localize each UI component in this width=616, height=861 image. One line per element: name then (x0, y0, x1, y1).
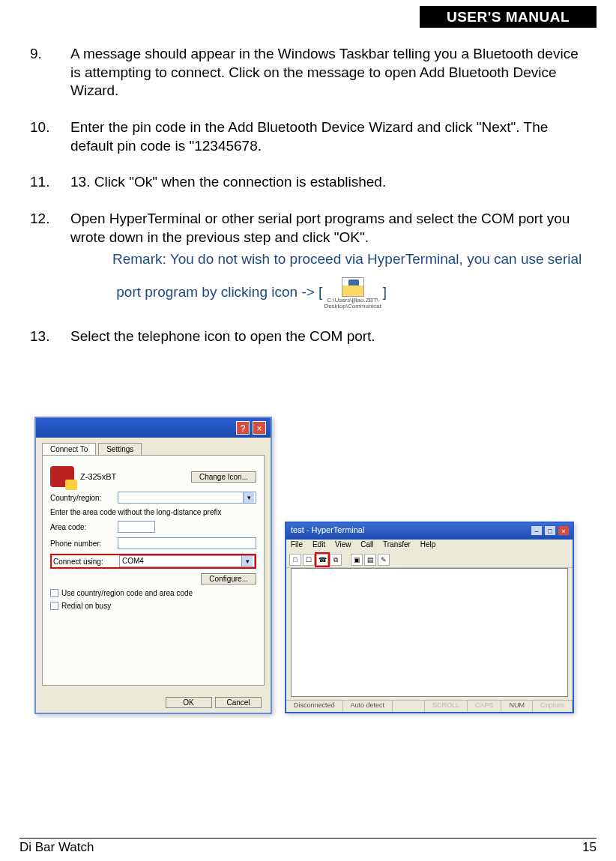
menu-edit[interactable]: Edit (312, 540, 325, 549)
close-button[interactable]: × (558, 525, 570, 536)
remark: Remark: You do not wish to proceed via H… (112, 247, 586, 309)
connect-using-select[interactable]: COM4 (119, 555, 255, 567)
page-number: 15 (582, 840, 597, 855)
checkbox-use-country-code[interactable] (50, 589, 58, 597)
cancel-button[interactable]: Cancel (215, 697, 262, 708)
hyperterminal-window: test - HyperTerminal – □ × File Edit Vie… (285, 522, 574, 713)
status-capture: Capture (533, 701, 573, 712)
shortcut-icon-image (342, 277, 364, 297)
phone-number-label: Phone number: (50, 540, 118, 548)
page-footer: Di Bar Watch 15 (19, 838, 597, 855)
tool-send-icon[interactable]: ▣ (351, 554, 363, 566)
tool-receive-icon[interactable]: ▤ (364, 554, 376, 566)
area-code-field[interactable] (118, 521, 155, 533)
step-number: 13. (30, 327, 70, 346)
phone-number-field[interactable] (118, 537, 256, 549)
step-text: Enter the pin code in the Add Bluetooth … (70, 118, 586, 155)
status-caps: CAPS (468, 701, 502, 712)
device-name: Z-325xBT (80, 472, 116, 481)
country-region-select[interactable] (118, 492, 256, 504)
step-number: 11. (30, 173, 70, 192)
status-num: NUM (501, 701, 533, 712)
tool-disconnect-icon[interactable]: ⧉ (330, 554, 342, 566)
step-text: 13. Click "Ok" when the connection is es… (70, 173, 586, 192)
step-12: 12. Open HyperTerminal or other serial p… (30, 210, 586, 309)
help-button[interactable]: ? (236, 421, 250, 435)
tool-new-icon[interactable]: □ (289, 554, 301, 566)
step-text: Open HyperTerminal or other serial port … (70, 210, 586, 309)
connection-properties-dialog: ? × Connect To Settings Z-325xBT Change … (34, 417, 272, 714)
configure-button[interactable]: Configure... (201, 573, 256, 584)
ht-titlebar: test - HyperTerminal – □ × (286, 523, 573, 540)
content: 9. A message should appear in the Window… (30, 45, 586, 363)
ht-title-text: test - HyperTerminal (291, 525, 364, 534)
remark-line1: Remark: You do not wish to proceed via H… (112, 251, 582, 267)
step-text: Select the telephone icon to open the CO… (70, 327, 586, 346)
step-11: 11. 13. Click "Ok" when the connection i… (30, 173, 586, 192)
remark-line2a: port program by clicking icon -> [ (116, 284, 322, 300)
ht-terminal-area[interactable] (291, 568, 568, 697)
tab-body: Z-325xBT Change Icon... Country/region: … (42, 455, 265, 686)
maximize-button[interactable]: □ (544, 525, 556, 536)
chk1-label: Use country/region code and area code (61, 589, 193, 597)
ht-toolbar: □ ☐ ☎ ⧉ ▣ ▤ ✎ (286, 552, 573, 568)
menu-help[interactable]: Help (420, 540, 436, 549)
connect-using-label: Connect using: (52, 558, 119, 566)
remark-line2b: ] (383, 284, 387, 300)
icon-path-2: Desktop\Communicat (324, 303, 381, 309)
area-code-label: Area code: (50, 523, 118, 531)
dialog-tabs: Connect To Settings (42, 442, 265, 456)
country-region-label: Country/region: (50, 494, 118, 502)
step-number: 9. (30, 45, 70, 100)
minimize-button[interactable]: – (531, 525, 543, 536)
header-banner: USER'S MANUAL (420, 6, 597, 28)
menu-file[interactable]: File (291, 540, 303, 549)
menu-call[interactable]: Call (360, 540, 373, 549)
dialog-footer: OK Cancel (166, 695, 262, 708)
checkbox-redial[interactable] (50, 602, 58, 610)
desktop-shortcut-icon: C:\Users\jjliao.ZBT\ Desktop\Communicat (324, 277, 381, 309)
ht-statusbar: Disconnected Auto detect SCROLL CAPS NUM… (286, 700, 573, 712)
dialog-titlebar: ? × (36, 418, 271, 438)
close-button[interactable]: × (253, 421, 266, 435)
chk2-label: Redial on busy (61, 602, 111, 610)
status-scroll: SCROLL (425, 701, 468, 712)
status-autodetect: Auto detect (343, 701, 393, 712)
step-number: 12. (30, 210, 70, 309)
step-number: 10. (30, 118, 70, 155)
tab-settings[interactable]: Settings (98, 443, 142, 455)
change-icon-button[interactable]: Change Icon... (191, 471, 256, 483)
tool-call-icon[interactable]: ☎ (316, 554, 328, 566)
step-text: A message should appear in the Windows T… (70, 45, 586, 100)
step-13: 13. Select the telephone icon to open th… (30, 327, 586, 346)
step-9: 9. A message should appear in the Window… (30, 45, 586, 100)
step-text-content: Open HyperTerminal or other serial port … (70, 211, 570, 245)
tool-properties-icon[interactable]: ✎ (378, 554, 390, 566)
footer-left: Di Bar Watch (19, 840, 94, 855)
tab-connect-to[interactable]: Connect To (42, 443, 96, 456)
menu-transfer[interactable]: Transfer (383, 540, 411, 549)
phone-icon (50, 466, 74, 487)
area-code-hint: Enter the area code without the long-dis… (50, 508, 221, 516)
ht-menubar: File Edit View Call Transfer Help (286, 540, 573, 552)
menu-view[interactable]: View (335, 540, 351, 549)
tool-open-icon[interactable]: ☐ (303, 554, 315, 566)
step-10: 10. Enter the pin code in the Add Blueto… (30, 118, 586, 155)
status-connection: Disconnected (286, 701, 343, 712)
ok-button[interactable]: OK (166, 697, 212, 708)
